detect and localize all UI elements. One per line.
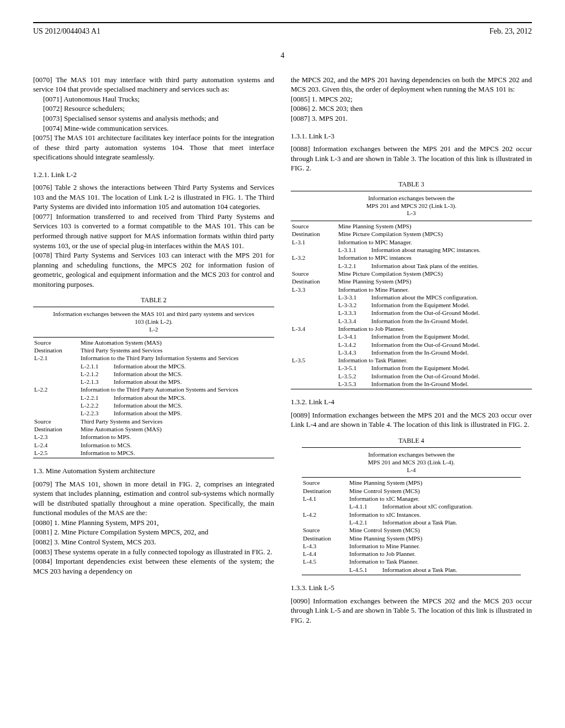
table-row: L-2.3Information to MPS. xyxy=(33,433,274,441)
table-value: Information to the Third Party Automatio… xyxy=(79,386,274,393)
table-2-caption: Information exchanges between the MAS 10… xyxy=(33,308,274,335)
para-0088: [0088] Information exchanges between the… xyxy=(291,144,532,173)
table-key: L-2.1 xyxy=(33,354,79,362)
heading-1-3-2: 1.3.2. Link L-4 xyxy=(291,397,532,407)
right-column: the MPCS 202, and the MPS 201 having dep… xyxy=(291,75,532,625)
para-0081: [0081] 2. Mine Picture Compilation Syste… xyxy=(33,527,274,537)
table-row: SourceThird Party Systems and Services xyxy=(33,417,274,425)
table-value: Information to xIC Manager. xyxy=(348,495,521,502)
para-0082: [0082] 3. Mine Control System, MCS 203. xyxy=(33,537,274,547)
table-value: Mine Control System (MCS) xyxy=(348,487,521,495)
table-key-empty xyxy=(291,317,337,325)
table-key: Destination xyxy=(33,346,79,354)
table-row: DestinationMine Planning System (MPS) xyxy=(302,534,521,542)
table-key: L-3.3 xyxy=(291,286,337,293)
table-value: Mine Picture Compilation System (MPCS) xyxy=(337,270,532,277)
para-0090: [0090] Information exchanges between the… xyxy=(291,596,532,625)
para-0076: [0076] Table 2 shows the interactions be… xyxy=(33,183,274,212)
table-key-empty xyxy=(302,566,348,574)
para-0075: [0075] The MAS 101 architecture facilita… xyxy=(33,133,274,162)
table-key: Destination xyxy=(33,425,79,433)
table-value: Mine Picture Compilation System (MPCS) xyxy=(337,230,532,238)
table-row: L-2.2.3Information about the MPS. xyxy=(33,409,274,417)
table-key-empty xyxy=(291,372,337,380)
para-0080: [0080] 1. Mine Planning System, MPS 201, xyxy=(33,518,274,528)
table-value: Mine Control System (MCS) xyxy=(348,526,521,534)
table-row: L-2.5Information to MPCS. xyxy=(33,449,274,457)
page-number: 4 xyxy=(33,51,532,61)
para-0086: [0086] 2. MCS 203; then xyxy=(291,104,532,114)
publication-date: Feb. 23, 2012 xyxy=(489,26,532,37)
table-row: L-4.4Information to Job Planner. xyxy=(302,550,521,558)
table-subvalue: L-3.3.3Information from the Out-of-Groun… xyxy=(337,309,532,317)
table-2: Information exchanges between the MAS 10… xyxy=(33,307,274,458)
table-subvalue: L-4.1.1Information about xIC configurati… xyxy=(348,502,521,510)
patent-page: US 2012/0044043 A1 Feb. 23, 2012 4 [0070… xyxy=(0,0,565,658)
table-key-empty xyxy=(291,333,337,340)
table-key-empty xyxy=(302,502,348,510)
table-row: L-2.2.2Information about the MCS. xyxy=(33,402,274,409)
table-key: L-4.4 xyxy=(302,550,348,558)
table-key-empty xyxy=(33,409,79,417)
table-value: Third Party Systems and Services xyxy=(79,346,274,354)
table-subvalue: L-3-3.1Information about the MPCS config… xyxy=(337,293,532,301)
table-row: DestinationThird Party Systems and Servi… xyxy=(33,346,274,354)
table-subvalue: L-3-3.2Information from the Equipment Mo… xyxy=(337,301,532,309)
table-4: Information exchanges between the MPS 20… xyxy=(291,447,532,575)
table-4-label: TABLE 4 xyxy=(291,436,532,445)
table-subvalue: L-3.2.1Information about Task plans of t… xyxy=(337,262,532,270)
table-key-empty xyxy=(291,293,337,301)
table-key: Source xyxy=(33,339,79,346)
table-3-label: TABLE 3 xyxy=(291,180,532,189)
table-row: L-3.4.2Information from the Out-of-Groun… xyxy=(291,341,532,349)
para-0070: [0070] The MAS 101 may interface with th… xyxy=(33,75,274,94)
para-0071: [0071] Autonomous Haul Trucks; xyxy=(33,94,274,104)
table-row: L-2.2.1Information about the MPCS. xyxy=(33,394,274,402)
table-key-empty xyxy=(302,518,348,526)
table-key-empty xyxy=(291,364,337,372)
table-value: Mine Planning System (MPS) xyxy=(348,479,521,486)
table-row: L-3.3.4Information from the In-Ground Mo… xyxy=(291,317,532,325)
table-key: L-3.2 xyxy=(291,254,337,261)
table-key-empty xyxy=(33,378,79,386)
table-key: L-4.2 xyxy=(302,511,348,518)
table-value: Information to Mine Planner. xyxy=(337,286,532,293)
para-0077: [0077] Information transferred to and re… xyxy=(33,212,274,250)
table-key: Destination xyxy=(302,487,348,495)
para-0084-cont: the MPCS 202, and the MPS 201 having dep… xyxy=(291,75,532,94)
table-key: L-2.5 xyxy=(33,449,79,457)
table-row: L-3.4Information to Job Planner. xyxy=(291,325,532,333)
table-key-empty xyxy=(33,370,79,378)
table-value: Mine Planning System (MPS) xyxy=(348,534,521,542)
table-key-empty xyxy=(291,301,337,309)
publication-number: US 2012/0044043 A1 xyxy=(33,26,100,37)
table-row: L-4.5.1Information about a Task Plan. xyxy=(302,566,521,574)
table-row: L-4.3Information to Mine Planner. xyxy=(302,542,521,550)
table-subvalue: L-3-4.1Information from the Equipment Mo… xyxy=(337,333,532,340)
table-subvalue: L-2.1.3Information about the MPS. xyxy=(79,378,274,386)
para-0078: [0078] Third Party Systems and Services … xyxy=(33,250,274,289)
table-subvalue: L-3.1.1Information about managing MPC in… xyxy=(337,246,532,254)
table-row: L-3.3.3Information from the Out-of-Groun… xyxy=(291,309,532,317)
table-subvalue: L-2.2.2Information about the MCS. xyxy=(79,402,274,409)
table-subvalue: L-2.1.1Information about the MPCS. xyxy=(79,362,274,370)
table-subvalue: L-2.1.2Information about the MCS. xyxy=(79,370,274,378)
heading-1-2-1: 1.2.1. Link L-2 xyxy=(33,170,274,180)
table-subvalue: L-2.2.3Information about the MPS. xyxy=(79,409,274,417)
table-subvalue: L-3.5.3Information from the In-Ground Mo… xyxy=(337,380,532,388)
table-row: L-2.1.2Information about the MCS. xyxy=(33,370,274,378)
table-value: Information to MPCS. xyxy=(79,449,274,457)
table-key: Source xyxy=(302,526,348,534)
table-value: Information to xIC Instances. xyxy=(348,511,521,518)
heading-1-3-3: 1.3.3. Link L-5 xyxy=(291,583,532,593)
header-rule xyxy=(33,22,532,23)
table-subvalue: L-4.2.1Information about a Task Plan. xyxy=(348,518,521,526)
table-key: L-2.4 xyxy=(33,441,79,449)
content-columns: [0070] The MAS 101 may interface with th… xyxy=(33,75,532,625)
para-0073: [0073] Specialised sensor systems and an… xyxy=(33,114,274,124)
left-column: [0070] The MAS 101 may interface with th… xyxy=(33,75,274,625)
table-key: Source xyxy=(291,222,337,230)
table-subvalue: L-3.4.3Information from the In-Ground Mo… xyxy=(337,349,532,356)
table-row: L-3.5.2Information from the Out-of-Groun… xyxy=(291,372,532,380)
para-0089: [0089] Information exchanges between the… xyxy=(291,410,532,430)
